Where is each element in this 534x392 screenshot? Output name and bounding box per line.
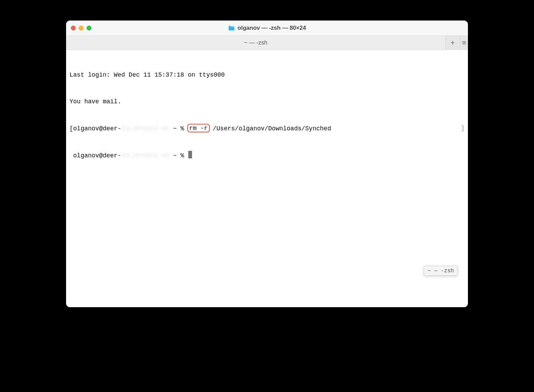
traffic-lights (71, 26, 91, 30)
prompt-close-bracket: ] (461, 124, 465, 133)
command-text: /Users/olganov/Downloads/Synched (209, 125, 331, 132)
svg-rect-2 (462, 43, 466, 44)
command-highlight: rm -r (187, 124, 210, 132)
sidebar-toggle-button[interactable] (460, 36, 468, 50)
prompt-open-bracket: [ (69, 125, 73, 132)
svg-rect-1 (462, 42, 466, 43)
terminal-line: Last login: Wed Dec 11 15:37:18 on ttys0… (69, 70, 465, 79)
prompt-user-host: olganov@deer- (73, 125, 121, 132)
terminal-line: You have mail. (69, 97, 465, 106)
terminal-content[interactable]: Last login: Wed Dec 11 15:37:18 on ttys0… (66, 50, 468, 307)
tooltip-text: ~ — -zsh (428, 267, 454, 274)
plus-icon: + (450, 38, 455, 47)
tab-label: ~ — -zsh (244, 39, 268, 46)
prompt-symbol: ~ % (169, 152, 188, 159)
titlebar: olganov — -zsh — 80×24 (66, 21, 468, 36)
prompt-hostname-redacted: 22L20YGDX2-05 (121, 152, 169, 159)
folder-icon (228, 25, 235, 31)
window-title-container: olganov — -zsh — 80×24 (66, 25, 468, 31)
window-title: olganov — -zsh — 80×24 (238, 25, 306, 31)
prompt-user-host: olganov@deer- (69, 152, 121, 159)
prompt-hostname-redacted: 22L20YGDX2-05 (121, 125, 169, 132)
prompt-symbol: ~ % (169, 125, 188, 132)
tabbar: ~ — -zsh + (66, 36, 468, 50)
svg-rect-0 (462, 41, 466, 42)
close-button[interactable] (71, 26, 76, 30)
menu-icon (462, 40, 467, 45)
tab-tooltip: ~ — -zsh (424, 266, 458, 276)
new-tab-button[interactable]: + (445, 36, 460, 50)
terminal-prompt-line: [olganov@deer-22L20YGDX2-05 ~ % rm -r /U… (69, 124, 465, 133)
tab-active[interactable]: ~ — -zsh (66, 36, 445, 50)
cursor-icon (188, 151, 192, 158)
minimize-button[interactable] (79, 26, 84, 30)
terminal-prompt-line: olganov@deer-22L20YGDX2-05 ~ % (69, 151, 465, 160)
maximize-button[interactable] (87, 26, 91, 30)
terminal-window: olganov — -zsh — 80×24 ~ — -zsh + Last l… (66, 21, 468, 307)
